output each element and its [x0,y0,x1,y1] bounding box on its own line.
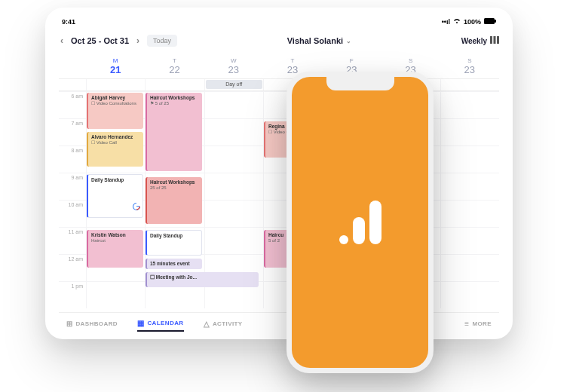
person-selector[interactable]: Vishal Solanki ⌄ [287,36,351,45]
phone-device [286,72,434,373]
view-grid-icon [490,36,499,45]
tab-activity[interactable]: △ACTIVITY [204,319,243,332]
app-logo-icon [339,201,381,244]
time-label: 6 am [59,91,86,118]
tablet-device: 9:41 ••ıl 100% ‹ Oct 25 - Oct 31 › Today… [45,8,513,339]
calendar-event[interactable]: Haircut Workshops25 of 25 [146,177,202,224]
calendar-event[interactable]: ☐ Meeting with Jo... [146,272,259,287]
today-button[interactable]: Today [147,35,177,47]
day-header-row: M21 T22 W23 T23 F23 S23 S23 [59,54,499,79]
svg-rect-3 [493,36,495,44]
status-time: 9:41 [62,18,75,26]
day-header-sun[interactable]: S23 [440,54,499,78]
svg-rect-2 [490,36,492,44]
google-icon [133,203,140,212]
menu-icon: ≡ [464,320,469,328]
calendar-event[interactable]: Alvaro Hernandez☐ Video Call [87,132,143,167]
bell-icon: △ [204,320,210,328]
day-header-mon[interactable]: M21 [86,54,145,78]
signal-icon: ••ıl [442,18,450,26]
view-label: Weekly [461,37,487,45]
prev-week-icon[interactable]: ‹ [59,35,65,46]
calendar-event[interactable]: 15 minutes event [146,259,202,269]
time-label: 1 pm [59,281,86,308]
phone-notch [326,77,394,90]
wifi-icon [453,18,461,26]
view-selector[interactable]: Weekly [461,36,499,45]
dashboard-icon: ⊞ [66,320,72,328]
time-label: 7 am [59,118,86,145]
chevron-down-icon: ⌄ [346,38,351,44]
allday-event[interactable]: Day off [206,80,262,89]
calendar-icon: ▦ [137,319,144,327]
time-label: 12 am [59,254,86,281]
day-header-wed[interactable]: W23 [204,54,263,78]
next-week-icon[interactable]: › [135,35,141,46]
status-bar: 9:41 ••ıl 100% [59,18,499,30]
battery-pct: 100% [464,18,481,26]
tab-calendar[interactable]: ▦CALENDAR [137,319,184,332]
calendar-event[interactable]: Abigail Harvey☐ Video Consultations [87,93,143,129]
time-label: 8 am [59,145,86,173]
top-nav: ‹ Oct 25 - Oct 31 › Today Vishal Solanki… [59,30,499,54]
time-label: 11 am [59,227,86,254]
tab-dashboard[interactable]: ⊞DASHBOARD [66,319,118,332]
battery-icon [484,18,496,26]
calendar-event[interactable]: Daily Standup [146,230,202,256]
person-name: Vishal Solanki [287,36,343,45]
svg-rect-4 [497,36,499,44]
svg-rect-1 [495,20,496,23]
tab-more[interactable]: ≡MORE [464,320,492,331]
date-range[interactable]: Oct 25 - Oct 31 [71,36,129,45]
time-label: 10 am [59,200,86,227]
phone-screen [292,77,428,368]
day-header-tue[interactable]: T22 [145,54,204,78]
svg-rect-0 [484,18,495,24]
calendar-event[interactable]: Haircut Workshops⚑ 5 of 25 [146,93,202,171]
calendar-event[interactable]: Kristin WatsonHaircut [87,230,143,268]
time-label: 9 am [59,173,86,200]
